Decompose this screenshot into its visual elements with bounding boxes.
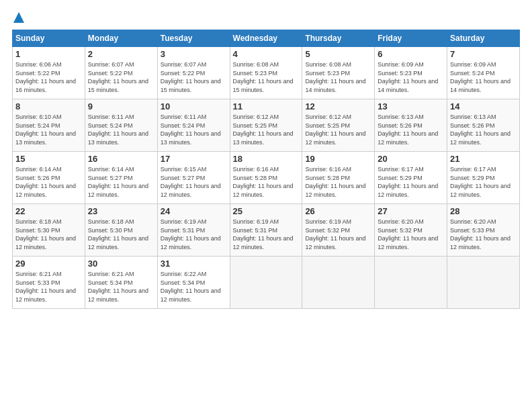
- sunset-label: Sunset: 5:22 PM: [15, 70, 60, 77]
- calendar-cell: 31 Sunrise: 6:22 AM Sunset: 5:34 PM Dayl…: [157, 257, 230, 309]
- daylight-label: Daylight: 11 hours and 12 minutes.: [88, 235, 148, 250]
- calendar-header-saturday: Saturday: [447, 30, 520, 47]
- day-info: Sunrise: 6:20 AM Sunset: 5:33 PM Dayligh…: [450, 218, 517, 251]
- day-number: 24: [161, 206, 227, 216]
- sunset-label: Sunset: 5:26 PM: [15, 175, 60, 181]
- day-number: 23: [88, 206, 154, 216]
- calendar-cell: 27 Sunrise: 6:20 AM Sunset: 5:32 PM Dayl…: [375, 204, 447, 257]
- daylight-label: Daylight: 11 hours and 12 minutes.: [305, 183, 365, 198]
- calendar-cell: 20 Sunrise: 6:17 AM Sunset: 5:29 PM Dayl…: [375, 152, 447, 204]
- sunset-label: Sunset: 5:34 PM: [88, 279, 133, 286]
- day-number: 22: [15, 206, 82, 216]
- logo-icon: [13, 12, 24, 23]
- day-number: 7: [450, 49, 517, 59]
- sunset-label: Sunset: 5:23 PM: [305, 70, 350, 77]
- day-number: 10: [161, 101, 227, 111]
- calendar-week-row: 1 Sunrise: 6:06 AM Sunset: 5:22 PM Dayli…: [13, 47, 520, 99]
- daylight-label: Daylight: 11 hours and 15 minutes.: [161, 78, 221, 93]
- sunset-label: Sunset: 5:22 PM: [161, 70, 206, 77]
- sunset-label: Sunset: 5:29 PM: [378, 175, 423, 181]
- sunset-label: Sunset: 5:32 PM: [305, 227, 350, 234]
- calendar-cell: 30 Sunrise: 6:21 AM Sunset: 5:34 PM Dayl…: [85, 257, 157, 309]
- daylight-label: Daylight: 11 hours and 12 minutes.: [305, 235, 365, 250]
- calendar-cell: 24 Sunrise: 6:19 AM Sunset: 5:31 PM Dayl…: [157, 204, 230, 257]
- calendar-cell: 2 Sunrise: 6:07 AM Sunset: 5:22 PM Dayli…: [85, 47, 157, 99]
- calendar-header-row: SundayMondayTuesdayWednesdayThursdayFrid…: [13, 30, 520, 47]
- daylight-label: Daylight: 11 hours and 12 minutes.: [450, 235, 511, 250]
- svg-marker-0: [13, 12, 24, 23]
- day-number: 31: [161, 259, 227, 269]
- sunset-label: Sunset: 5:26 PM: [378, 122, 423, 129]
- calendar-cell: [447, 257, 520, 309]
- daylight-label: Daylight: 11 hours and 12 minutes.: [378, 235, 438, 250]
- day-info: Sunrise: 6:16 AM Sunset: 5:28 PM Dayligh…: [305, 165, 371, 199]
- day-info: Sunrise: 6:16 AM Sunset: 5:28 PM Dayligh…: [233, 165, 300, 199]
- sunrise-label: Sunrise: 6:09 AM: [378, 61, 424, 68]
- calendar-cell: 23 Sunrise: 6:18 AM Sunset: 5:30 PM Dayl…: [85, 204, 157, 257]
- daylight-label: Daylight: 11 hours and 12 minutes.: [15, 287, 76, 303]
- calendar-header-sunday: Sunday: [13, 30, 85, 47]
- day-info: Sunrise: 6:06 AM Sunset: 5:22 PM Dayligh…: [15, 60, 82, 94]
- sunset-label: Sunset: 5:23 PM: [233, 70, 278, 77]
- day-info: Sunrise: 6:17 AM Sunset: 5:29 PM Dayligh…: [450, 165, 517, 199]
- day-number: 14: [450, 101, 517, 111]
- sunrise-label: Sunrise: 6:10 AM: [15, 113, 62, 120]
- sunset-label: Sunset: 5:33 PM: [450, 227, 495, 234]
- daylight-label: Daylight: 11 hours and 12 minutes.: [15, 235, 76, 250]
- day-info: Sunrise: 6:11 AM Sunset: 5:24 PM Dayligh…: [88, 113, 154, 146]
- day-number: 2: [88, 49, 154, 59]
- daylight-label: Daylight: 11 hours and 12 minutes.: [161, 183, 221, 198]
- sunset-label: Sunset: 5:27 PM: [88, 175, 133, 181]
- sunset-label: Sunset: 5:34 PM: [161, 279, 206, 286]
- daylight-label: Daylight: 11 hours and 12 minutes.: [15, 183, 76, 198]
- sunrise-label: Sunrise: 6:08 AM: [305, 61, 351, 68]
- daylight-label: Daylight: 11 hours and 13 minutes.: [15, 130, 76, 146]
- day-info: Sunrise: 6:09 AM Sunset: 5:24 PM Dayligh…: [450, 60, 517, 94]
- sunrise-label: Sunrise: 6:11 AM: [161, 113, 207, 120]
- sunrise-label: Sunrise: 6:07 AM: [161, 61, 207, 68]
- calendar-cell: 5 Sunrise: 6:08 AM Sunset: 5:23 PM Dayli…: [302, 47, 375, 99]
- day-info: Sunrise: 6:14 AM Sunset: 5:27 PM Dayligh…: [88, 165, 154, 199]
- day-number: 5: [305, 49, 371, 59]
- day-info: Sunrise: 6:21 AM Sunset: 5:34 PM Dayligh…: [88, 270, 154, 304]
- day-number: 16: [88, 154, 154, 164]
- sunset-label: Sunset: 5:24 PM: [88, 122, 133, 129]
- calendar-week-row: 8 Sunrise: 6:10 AM Sunset: 5:24 PM Dayli…: [13, 99, 520, 152]
- daylight-label: Daylight: 11 hours and 12 minutes.: [450, 183, 511, 198]
- sunset-label: Sunset: 5:28 PM: [305, 175, 350, 181]
- sunrise-label: Sunrise: 6:18 AM: [15, 218, 62, 225]
- day-info: Sunrise: 6:07 AM Sunset: 5:22 PM Dayligh…: [161, 60, 227, 94]
- calendar-cell: 15 Sunrise: 6:14 AM Sunset: 5:26 PM Dayl…: [13, 152, 85, 204]
- calendar-cell: 4 Sunrise: 6:08 AM Sunset: 5:23 PM Dayli…: [230, 47, 302, 99]
- sunrise-label: Sunrise: 6:16 AM: [305, 166, 351, 173]
- daylight-label: Daylight: 11 hours and 14 minutes.: [305, 78, 365, 93]
- page: SundayMondayTuesdayWednesdayThursdayFrid…: [0, 0, 532, 316]
- day-info: Sunrise: 6:11 AM Sunset: 5:24 PM Dayligh…: [161, 113, 227, 146]
- daylight-label: Daylight: 11 hours and 12 minutes.: [233, 235, 294, 250]
- calendar-cell: 1 Sunrise: 6:06 AM Sunset: 5:22 PM Dayli…: [13, 47, 85, 99]
- sunrise-label: Sunrise: 6:11 AM: [88, 113, 134, 120]
- sunrise-label: Sunrise: 6:09 AM: [450, 61, 496, 68]
- sunrise-label: Sunrise: 6:14 AM: [88, 166, 134, 173]
- day-number: 29: [15, 259, 82, 269]
- sunset-label: Sunset: 5:27 PM: [161, 175, 206, 181]
- sunrise-label: Sunrise: 6:17 AM: [378, 166, 424, 173]
- sunrise-label: Sunrise: 6:22 AM: [161, 271, 207, 277]
- calendar-cell: 13 Sunrise: 6:13 AM Sunset: 5:26 PM Dayl…: [375, 99, 447, 152]
- calendar-cell: 16 Sunrise: 6:14 AM Sunset: 5:27 PM Dayl…: [85, 152, 157, 204]
- daylight-label: Daylight: 11 hours and 13 minutes.: [161, 130, 221, 146]
- day-number: 11: [233, 101, 300, 111]
- calendar-cell: 17 Sunrise: 6:15 AM Sunset: 5:27 PM Dayl…: [157, 152, 230, 204]
- day-info: Sunrise: 6:08 AM Sunset: 5:23 PM Dayligh…: [305, 60, 371, 94]
- day-number: 6: [378, 49, 444, 59]
- day-number: 20: [378, 154, 444, 164]
- calendar-cell: 19 Sunrise: 6:16 AM Sunset: 5:28 PM Dayl…: [302, 152, 375, 204]
- sunrise-label: Sunrise: 6:20 AM: [450, 218, 496, 225]
- day-info: Sunrise: 6:18 AM Sunset: 5:30 PM Dayligh…: [88, 218, 154, 251]
- sunset-label: Sunset: 5:29 PM: [450, 175, 495, 181]
- calendar-header-thursday: Thursday: [302, 30, 375, 47]
- sunrise-label: Sunrise: 6:13 AM: [378, 113, 424, 120]
- header: [12, 12, 520, 24]
- calendar-header-friday: Friday: [375, 30, 447, 47]
- calendar-cell: 6 Sunrise: 6:09 AM Sunset: 5:23 PM Dayli…: [375, 47, 447, 99]
